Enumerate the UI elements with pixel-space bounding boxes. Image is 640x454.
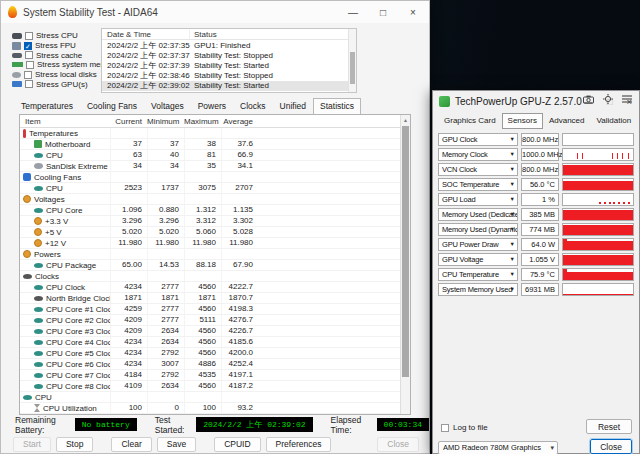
column-current[interactable]: Current xyxy=(110,117,147,126)
log-column-datetime[interactable]: Date & Time xyxy=(102,30,190,39)
chevron-down-icon[interactable]: ▼ xyxy=(510,149,515,160)
sensor-label-box[interactable]: CPU Temperature▼ xyxy=(438,268,518,281)
maximize-icon[interactable]: □ xyxy=(377,7,389,18)
sensor-label-box[interactable]: VCN Clock▼ xyxy=(438,163,518,176)
stats-row[interactable]: CPU Core #1 Clock4259277745604198.3 xyxy=(20,304,410,315)
tab-sensors[interactable]: Sensors xyxy=(502,113,543,129)
tab-validation[interactable]: Validation xyxy=(591,113,638,129)
checkbox[interactable]: ✓ xyxy=(24,42,32,50)
checkbox[interactable] xyxy=(24,71,32,79)
stats-row[interactable]: +3.3 V3.2963.2963.3123.302 xyxy=(20,216,410,227)
stats-row[interactable]: CPU Core #7 Clock4184279245354197.1 xyxy=(20,370,410,381)
tab-statistics[interactable]: Statistics xyxy=(313,98,361,115)
stats-row[interactable]: Voltages xyxy=(20,194,410,205)
close-icon[interactable]: × xyxy=(407,7,419,18)
clear-button[interactable]: Clear xyxy=(111,437,151,452)
checkbox[interactable] xyxy=(26,61,34,69)
stats-row[interactable]: Temperatures xyxy=(20,128,410,139)
stats-average: 1870.7 xyxy=(221,293,258,303)
stop-button[interactable]: Stop xyxy=(56,437,94,452)
stats-row[interactable]: CPU Core #8 Clock4109263445604187.2 xyxy=(20,381,410,392)
statistics-scrollbar[interactable]: ▲ xyxy=(400,115,410,414)
tab-voltages[interactable]: Voltages xyxy=(144,98,191,115)
chevron-down-icon[interactable]: ▼ xyxy=(510,134,515,145)
tab-temperatures[interactable]: Temperatures xyxy=(14,98,80,115)
tab-cooling-fans[interactable]: Cooling Fans xyxy=(80,98,144,115)
chevron-down-icon[interactable]: ▼ xyxy=(510,254,515,265)
tab-advanced[interactable]: Advanced xyxy=(543,113,591,129)
camera-icon[interactable] xyxy=(583,95,594,104)
chevron-down-icon[interactable]: ▼ xyxy=(510,179,515,190)
tab-graphics-card[interactable]: Graphics Card xyxy=(438,113,502,129)
aida64-titlebar[interactable]: System Stability Test - AIDA64 — □ × xyxy=(1,1,429,23)
column-minimum[interactable]: Minimum xyxy=(147,117,184,126)
chevron-down-icon[interactable]: ▼ xyxy=(510,164,515,175)
column-maximum[interactable]: Maximum xyxy=(184,117,221,126)
log-to-file-checkbox[interactable] xyxy=(441,424,449,432)
stats-row[interactable]: Powers xyxy=(20,249,410,260)
stats-row[interactable]: CPU Core #5 Clock4234279245604200.0 xyxy=(20,348,410,359)
scroll-up-icon[interactable]: ▲ xyxy=(401,115,410,125)
log-column-status[interactable]: Status xyxy=(190,30,356,39)
chevron-down-icon[interactable]: ▼ xyxy=(510,239,515,250)
stats-row[interactable]: CPU Core #3 Clock4209263445604226.7 xyxy=(20,326,410,337)
stats-row[interactable]: Clocks xyxy=(20,271,410,282)
stats-row[interactable]: CPU2523173730752707 xyxy=(20,183,410,194)
tab-unified[interactable]: Unified xyxy=(273,98,313,115)
checkbox[interactable] xyxy=(25,32,33,40)
gpuz-close-button[interactable]: Close xyxy=(590,439,632,454)
stats-row[interactable]: SanDisk Extreme 1TB ...34343534.1 xyxy=(20,161,410,172)
column-item[interactable]: Item xyxy=(20,117,110,126)
stats-row[interactable]: North Bridge Clock1871187118711870.7 xyxy=(20,293,410,304)
sensor-label-box[interactable]: GPU Load▼ xyxy=(438,193,518,206)
log-row[interactable]: 2024/2/2 上午 02:38:46Stability Test: Stop… xyxy=(102,71,356,81)
minimize-icon[interactable]: — xyxy=(347,7,359,18)
tab-clocks[interactable]: Clocks xyxy=(233,98,273,115)
sensor-label-box[interactable]: SOC Temperature▼ xyxy=(438,178,518,191)
gpu-selector-dropdown[interactable]: AMD Radeon 780M Graphics ▾ xyxy=(438,441,558,454)
checkbox[interactable] xyxy=(25,51,33,59)
log-scrollbar-thumb[interactable] xyxy=(350,52,355,85)
column-average[interactable]: Average xyxy=(221,117,258,126)
stats-row[interactable]: CPU Core #6 Clock4234300748864252.4 xyxy=(20,359,410,370)
stats-row[interactable]: CPU Utilization100010093.2 xyxy=(20,403,410,414)
stats-row[interactable]: CPU Core1.0960.8801.3121.135 xyxy=(20,205,410,216)
log-row[interactable]: 2024/2/2 上午 02:37:37Stability Test: Stop… xyxy=(102,50,356,60)
sensor-graph xyxy=(562,133,634,146)
checkbox[interactable] xyxy=(25,80,33,88)
stats-row[interactable]: CPU Core #2 Clock4209277751114276.7 xyxy=(20,315,410,326)
stats-row[interactable]: Cooling Fans xyxy=(20,172,410,183)
stats-row[interactable]: +5 V5.0205.0205.0605.028 xyxy=(20,227,410,238)
chevron-down-icon[interactable]: ▼ xyxy=(510,194,515,205)
sensor-label-box[interactable]: GPU Power Draw▼ xyxy=(438,238,518,251)
log-row[interactable]: 2024/2/2 上午 02:39:02Stability Test: Star… xyxy=(102,81,356,91)
chevron-down-icon[interactable]: ▼ xyxy=(510,209,515,220)
sensor-label-box[interactable]: GPU Voltage▼ xyxy=(438,253,518,266)
stats-row[interactable]: CPU63408166.9 xyxy=(20,150,410,161)
log-row[interactable]: 2024/2/2 上午 02:37:39Stability Test: Star… xyxy=(102,60,356,70)
chevron-down-icon[interactable]: ▼ xyxy=(510,224,515,235)
settings-gear-icon[interactable] xyxy=(603,94,613,104)
sensor-label-box[interactable]: GPU Clock▼ xyxy=(438,133,518,146)
stats-row[interactable]: CPU xyxy=(20,392,410,403)
log-row[interactable]: 2024/2/2 上午 02:37:35GPU1: Finished xyxy=(102,40,356,50)
stats-row[interactable]: CPU Clock4234277745604222.7 xyxy=(20,282,410,293)
log-scrollbar[interactable] xyxy=(348,29,356,92)
save-button[interactable]: Save xyxy=(157,437,196,452)
sensor-label-box[interactable]: Memory Used (Dedicated)▼ xyxy=(438,208,518,221)
menu-icon[interactable] xyxy=(622,95,632,103)
chevron-down-icon[interactable]: ▼ xyxy=(510,269,515,280)
sensor-label-box[interactable]: Memory Used (Dynamic)▼ xyxy=(438,223,518,236)
preferences-button[interactable]: Preferences xyxy=(266,437,332,452)
sensor-label-box[interactable]: Memory Clock▼ xyxy=(438,148,518,161)
statistics-scrollbar-thumb[interactable] xyxy=(402,126,409,377)
stats-row[interactable]: CPU Package65.0014.5388.1867.90 xyxy=(20,260,410,271)
stats-row[interactable]: +12 V11.98011.98011.98011.980 xyxy=(20,238,410,249)
stats-row[interactable]: Motherboard37373837.6 xyxy=(20,139,410,150)
chevron-down-icon[interactable]: ▼ xyxy=(510,284,515,295)
sensor-label-box[interactable]: System Memory Used▼ xyxy=(438,283,518,296)
stats-row[interactable]: CPU Core #4 Clock4234263445604185.6 xyxy=(20,337,410,348)
reset-button[interactable]: Reset xyxy=(586,419,632,434)
tab-powers[interactable]: Powers xyxy=(191,98,233,115)
cpuid-button[interactable]: CPUID xyxy=(214,437,260,452)
